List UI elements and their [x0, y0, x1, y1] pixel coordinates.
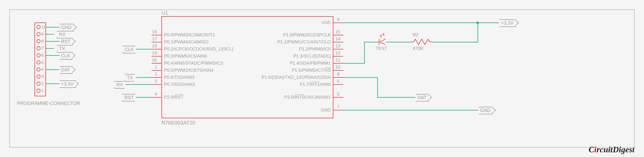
ic-pin-num: 6 — [337, 79, 339, 84]
connector-pinnum-3: 3 — [41, 74, 44, 79]
ic-pin-label: P1.7/INT1/AIN0 — [226, 82, 331, 87]
ic-pin-num: 13 — [335, 43, 340, 49]
wire-vdd — [343, 23, 499, 23]
ic-pin-stub — [152, 42, 161, 42]
ic-pin-label: P0.0/PWM3/IC3/MOSI/T1 — [164, 32, 215, 38]
ic-pin-num: 9 — [337, 17, 339, 22]
ic-pin-label: P0.4/AIN5/STADC/PWM3/IC3 — [164, 61, 223, 66]
net-gnd: GND — [479, 107, 493, 114]
ic-pin-stub — [333, 110, 343, 110]
resistor-ref: R2 — [413, 32, 419, 38]
ic-pin-stub — [152, 49, 161, 49]
resistor-icon — [412, 39, 433, 45]
connector-pad-8 — [37, 39, 40, 43]
wire — [46, 69, 60, 70]
wire — [433, 42, 478, 42]
ic-pin-num: 14 — [335, 36, 340, 42]
ic-pin-label: P1.5/PWM5/IC7/SS — [226, 68, 331, 73]
ic-pin-num: 3 — [155, 79, 157, 84]
ic-pin-stub — [152, 77, 161, 78]
wire — [364, 42, 365, 64]
ic-part: N76E003AT20 — [161, 120, 195, 126]
wire — [46, 83, 60, 84]
wire — [125, 84, 152, 85]
ic-pin-stub — [152, 84, 161, 85]
ic-pin-label: P1.2/PWM0/IC0 — [252, 47, 331, 52]
ic-pin-stub — [333, 42, 343, 42]
wire — [136, 97, 152, 98]
ic-ref: U1 — [161, 10, 168, 16]
ic-pin-label: P1.6/[SDA]/TXD_1/ICPDA/OCDDA — [226, 75, 331, 80]
ic-pin-label: P0.5/PWM2/IC6/T0/AIN4 — [164, 68, 213, 73]
ic-pin-label: P0.2/ICPCK/OCDCK/RXD_1/[SCL] — [164, 47, 233, 52]
ic-pin-label: VDD — [279, 20, 331, 25]
ic-pin-num: 5 — [337, 92, 339, 97]
ic-pin-stub — [333, 77, 343, 78]
ic-pin-stub — [333, 23, 343, 23]
ic-pin-num: 11 — [335, 58, 340, 63]
ic-pin-label: GND — [279, 108, 331, 113]
ic-pin-label: P0.1/PWM4/IC4/MISO — [164, 40, 208, 45]
wire — [343, 77, 377, 78]
watermark: CircuitDigest — [589, 145, 635, 154]
ic-pin-stub — [152, 63, 161, 64]
ic-pin-stub — [333, 97, 343, 98]
ic-pin-num: 4 — [155, 92, 157, 97]
ic-pin-stub — [333, 63, 343, 64]
ic-pin-num: 12 — [335, 51, 340, 56]
wire — [46, 27, 60, 27]
ic-pin-num: 18 — [152, 43, 157, 49]
connector-pad-5 — [37, 60, 40, 64]
ic-pin-stub — [333, 84, 343, 85]
ic-pin-label: P1.0/PWM2/IC2/SPCLK — [252, 32, 331, 38]
ic-pin-stub — [152, 56, 161, 57]
resistor-value: 470R — [413, 46, 423, 51]
net-gnd: GND — [60, 24, 74, 31]
wire — [364, 42, 379, 42]
ic-pin-num: 19 — [152, 51, 157, 56]
wire — [136, 77, 152, 78]
ic-pin-label: P0.7/RXD/AIN2 — [164, 82, 195, 87]
ic-pin-num: 2 — [155, 72, 157, 77]
connector-pad-9 — [37, 32, 40, 36]
wire — [478, 23, 478, 42]
ic-pin-label: P0.3/PWM5/IC5/AIN6 — [164, 54, 207, 59]
wire — [46, 34, 54, 35]
ic-pin-num: 16 — [152, 29, 157, 35]
ic-pin-label: P1.1/PWM1/IC1/AIN7/CLO — [252, 40, 331, 45]
wire-gnd — [343, 110, 478, 110]
connector-pinnum-2: 2 — [41, 81, 44, 86]
ic-pin-stub — [152, 70, 161, 71]
wire — [46, 48, 54, 49]
diode-icon-inner — [380, 39, 386, 44]
connector-pinnum-5: 5 — [41, 60, 44, 65]
net-clk: CLK — [123, 46, 136, 53]
connector-pad-6 — [37, 53, 40, 57]
connector-pad-3 — [37, 75, 40, 78]
ic-pin-num: 1 — [155, 65, 157, 70]
net-rx: RX — [57, 31, 67, 38]
connector-pinnum-7: 7 — [41, 46, 44, 51]
ic-pin-label: P1.4/SDA/FB/PWM1 — [252, 61, 331, 66]
net-rx: RX — [114, 81, 125, 89]
ic-pin-label: P1.3/SCL/[STADC] — [252, 54, 331, 59]
net-rst: RST — [60, 38, 73, 46]
net-tx: TX — [57, 45, 67, 53]
ic-pin-stub — [333, 35, 343, 35]
connector-pad-10 — [37, 25, 40, 29]
connector-pinnum-4: 4 — [41, 67, 44, 72]
wire — [46, 55, 60, 56]
ic-pin-label: P0.6/TXD/AIN3 — [164, 75, 194, 80]
wire — [386, 42, 412, 42]
connector-name: PROGRAMME-CONNECTOR — [17, 101, 80, 106]
wire — [377, 97, 415, 98]
connector-pad-7 — [37, 46, 40, 50]
ic-pin-stub — [152, 35, 161, 35]
wire — [136, 49, 152, 49]
ic-pin-label: P3.0/INT0/OSCIN/AIN1 — [226, 95, 331, 100]
ic-pin-num: 8 — [337, 72, 339, 77]
ic-pin-label: P2.0/RST — [164, 95, 183, 100]
wire — [46, 41, 60, 42]
net-dat: DAT — [60, 66, 72, 74]
connector-pinnum-10: 10 — [41, 25, 46, 30]
